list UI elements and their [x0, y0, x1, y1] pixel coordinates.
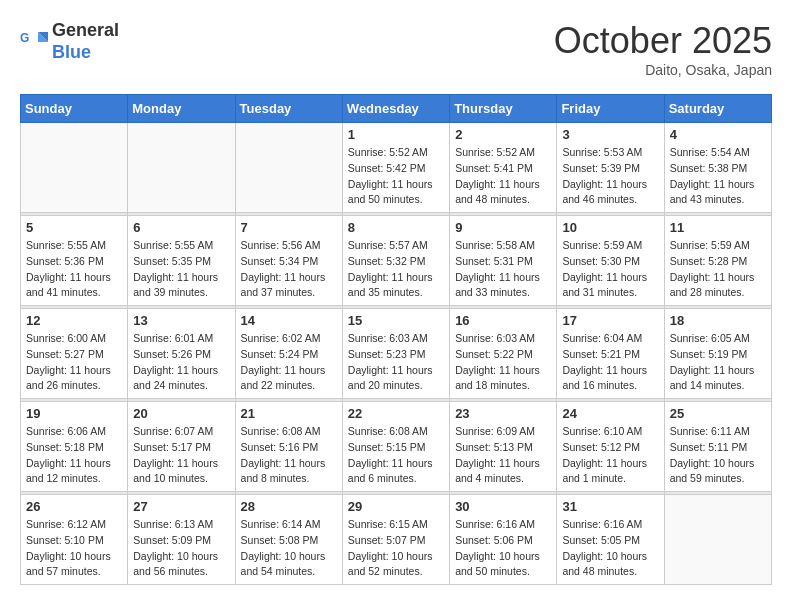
day-info: Sunrise: 5:55 AM Sunset: 5:35 PM Dayligh… [133, 238, 229, 301]
day-number: 29 [348, 499, 444, 514]
day-info: Sunrise: 6:13 AM Sunset: 5:09 PM Dayligh… [133, 517, 229, 580]
day-info: Sunrise: 6:06 AM Sunset: 5:18 PM Dayligh… [26, 424, 122, 487]
calendar-cell: 30Sunrise: 6:16 AM Sunset: 5:06 PM Dayli… [450, 495, 557, 585]
day-number: 16 [455, 313, 551, 328]
day-info: Sunrise: 5:52 AM Sunset: 5:42 PM Dayligh… [348, 145, 444, 208]
day-info: Sunrise: 6:14 AM Sunset: 5:08 PM Dayligh… [241, 517, 337, 580]
day-info: Sunrise: 6:16 AM Sunset: 5:05 PM Dayligh… [562, 517, 658, 580]
calendar-cell: 23Sunrise: 6:09 AM Sunset: 5:13 PM Dayli… [450, 402, 557, 492]
logo-icon: G [20, 28, 48, 56]
day-number: 2 [455, 127, 551, 142]
calendar-cell: 5Sunrise: 5:55 AM Sunset: 5:36 PM Daylig… [21, 216, 128, 306]
day-number: 3 [562, 127, 658, 142]
calendar-cell: 2Sunrise: 5:52 AM Sunset: 5:41 PM Daylig… [450, 123, 557, 213]
calendar-cell: 24Sunrise: 6:10 AM Sunset: 5:12 PM Dayli… [557, 402, 664, 492]
calendar-week-3: 12Sunrise: 6:00 AM Sunset: 5:27 PM Dayli… [21, 309, 772, 399]
col-header-monday: Monday [128, 95, 235, 123]
calendar-cell: 28Sunrise: 6:14 AM Sunset: 5:08 PM Dayli… [235, 495, 342, 585]
day-number: 30 [455, 499, 551, 514]
day-number: 31 [562, 499, 658, 514]
day-number: 14 [241, 313, 337, 328]
day-number: 4 [670, 127, 766, 142]
calendar-cell: 31Sunrise: 6:16 AM Sunset: 5:05 PM Dayli… [557, 495, 664, 585]
calendar-cell: 9Sunrise: 5:58 AM Sunset: 5:31 PM Daylig… [450, 216, 557, 306]
calendar-cell: 11Sunrise: 5:59 AM Sunset: 5:28 PM Dayli… [664, 216, 771, 306]
day-number: 5 [26, 220, 122, 235]
calendar-cell: 18Sunrise: 6:05 AM Sunset: 5:19 PM Dayli… [664, 309, 771, 399]
calendar-week-4: 19Sunrise: 6:06 AM Sunset: 5:18 PM Dayli… [21, 402, 772, 492]
day-number: 8 [348, 220, 444, 235]
calendar-cell [235, 123, 342, 213]
calendar-table: SundayMondayTuesdayWednesdayThursdayFrid… [20, 94, 772, 585]
day-info: Sunrise: 5:59 AM Sunset: 5:28 PM Dayligh… [670, 238, 766, 301]
calendar-cell: 21Sunrise: 6:08 AM Sunset: 5:16 PM Dayli… [235, 402, 342, 492]
day-number: 6 [133, 220, 229, 235]
day-info: Sunrise: 6:01 AM Sunset: 5:26 PM Dayligh… [133, 331, 229, 394]
col-header-friday: Friday [557, 95, 664, 123]
calendar-cell: 1Sunrise: 5:52 AM Sunset: 5:42 PM Daylig… [342, 123, 449, 213]
logo-text: General Blue [52, 20, 119, 63]
svg-text:G: G [20, 31, 29, 45]
calendar-cell: 13Sunrise: 6:01 AM Sunset: 5:26 PM Dayli… [128, 309, 235, 399]
day-info: Sunrise: 6:07 AM Sunset: 5:17 PM Dayligh… [133, 424, 229, 487]
day-info: Sunrise: 6:12 AM Sunset: 5:10 PM Dayligh… [26, 517, 122, 580]
day-number: 1 [348, 127, 444, 142]
col-header-tuesday: Tuesday [235, 95, 342, 123]
day-info: Sunrise: 5:52 AM Sunset: 5:41 PM Dayligh… [455, 145, 551, 208]
day-number: 20 [133, 406, 229, 421]
calendar-cell: 12Sunrise: 6:00 AM Sunset: 5:27 PM Dayli… [21, 309, 128, 399]
day-info: Sunrise: 6:04 AM Sunset: 5:21 PM Dayligh… [562, 331, 658, 394]
day-number: 25 [670, 406, 766, 421]
col-header-saturday: Saturday [664, 95, 771, 123]
day-info: Sunrise: 5:57 AM Sunset: 5:32 PM Dayligh… [348, 238, 444, 301]
day-number: 27 [133, 499, 229, 514]
calendar-cell: 4Sunrise: 5:54 AM Sunset: 5:38 PM Daylig… [664, 123, 771, 213]
calendar-week-5: 26Sunrise: 6:12 AM Sunset: 5:10 PM Dayli… [21, 495, 772, 585]
day-info: Sunrise: 5:59 AM Sunset: 5:30 PM Dayligh… [562, 238, 658, 301]
day-number: 10 [562, 220, 658, 235]
calendar-cell: 8Sunrise: 5:57 AM Sunset: 5:32 PM Daylig… [342, 216, 449, 306]
day-number: 28 [241, 499, 337, 514]
day-info: Sunrise: 5:55 AM Sunset: 5:36 PM Dayligh… [26, 238, 122, 301]
calendar-cell [21, 123, 128, 213]
calendar-cell: 16Sunrise: 6:03 AM Sunset: 5:22 PM Dayli… [450, 309, 557, 399]
day-info: Sunrise: 5:54 AM Sunset: 5:38 PM Dayligh… [670, 145, 766, 208]
calendar-cell: 17Sunrise: 6:04 AM Sunset: 5:21 PM Dayli… [557, 309, 664, 399]
day-info: Sunrise: 5:58 AM Sunset: 5:31 PM Dayligh… [455, 238, 551, 301]
logo-general: General [52, 20, 119, 40]
location: Daito, Osaka, Japan [554, 62, 772, 78]
day-info: Sunrise: 6:11 AM Sunset: 5:11 PM Dayligh… [670, 424, 766, 487]
day-info: Sunrise: 6:03 AM Sunset: 5:23 PM Dayligh… [348, 331, 444, 394]
calendar-cell: 3Sunrise: 5:53 AM Sunset: 5:39 PM Daylig… [557, 123, 664, 213]
title-block: October 2025 Daito, Osaka, Japan [554, 20, 772, 78]
page-header: G General Blue October 2025 Daito, Osaka… [20, 20, 772, 78]
day-number: 9 [455, 220, 551, 235]
day-number: 17 [562, 313, 658, 328]
day-number: 18 [670, 313, 766, 328]
col-header-thursday: Thursday [450, 95, 557, 123]
day-info: Sunrise: 6:15 AM Sunset: 5:07 PM Dayligh… [348, 517, 444, 580]
day-info: Sunrise: 6:05 AM Sunset: 5:19 PM Dayligh… [670, 331, 766, 394]
calendar-cell [128, 123, 235, 213]
day-info: Sunrise: 6:08 AM Sunset: 5:15 PM Dayligh… [348, 424, 444, 487]
day-number: 22 [348, 406, 444, 421]
day-number: 7 [241, 220, 337, 235]
day-info: Sunrise: 6:09 AM Sunset: 5:13 PM Dayligh… [455, 424, 551, 487]
day-info: Sunrise: 5:56 AM Sunset: 5:34 PM Dayligh… [241, 238, 337, 301]
calendar-header-row: SundayMondayTuesdayWednesdayThursdayFrid… [21, 95, 772, 123]
col-header-sunday: Sunday [21, 95, 128, 123]
calendar-cell: 15Sunrise: 6:03 AM Sunset: 5:23 PM Dayli… [342, 309, 449, 399]
calendar-cell: 25Sunrise: 6:11 AM Sunset: 5:11 PM Dayli… [664, 402, 771, 492]
calendar-cell [664, 495, 771, 585]
day-info: Sunrise: 6:03 AM Sunset: 5:22 PM Dayligh… [455, 331, 551, 394]
day-info: Sunrise: 6:02 AM Sunset: 5:24 PM Dayligh… [241, 331, 337, 394]
day-info: Sunrise: 6:00 AM Sunset: 5:27 PM Dayligh… [26, 331, 122, 394]
day-info: Sunrise: 6:10 AM Sunset: 5:12 PM Dayligh… [562, 424, 658, 487]
day-number: 26 [26, 499, 122, 514]
col-header-wednesday: Wednesday [342, 95, 449, 123]
calendar-cell: 10Sunrise: 5:59 AM Sunset: 5:30 PM Dayli… [557, 216, 664, 306]
day-number: 23 [455, 406, 551, 421]
month-title: October 2025 [554, 20, 772, 62]
calendar-cell: 22Sunrise: 6:08 AM Sunset: 5:15 PM Dayli… [342, 402, 449, 492]
calendar-cell: 27Sunrise: 6:13 AM Sunset: 5:09 PM Dayli… [128, 495, 235, 585]
